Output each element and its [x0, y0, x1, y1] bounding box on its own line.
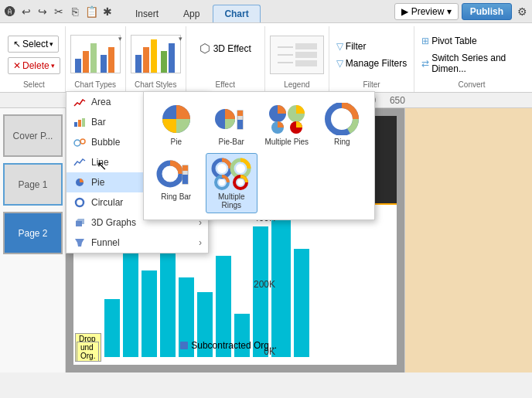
- chart-type-preview: ▾: [70, 35, 121, 76]
- ruler-mark: 550: [331, 95, 346, 106]
- drop-label-2: und Org.: [77, 342, 99, 362]
- ribbon-group-filter: ▽ Filter ▽ Manage Filters Filter: [329, 26, 414, 92]
- ruler-mark: 200: [127, 95, 142, 106]
- filter-group-label: Filter: [334, 80, 409, 89]
- toolbar-top: 🅐 ↩ ↪ ✂ ⎘ 📋 ✱ Insert App Chart ▶ Preview…: [0, 0, 532, 23]
- chart-bar: [142, 270, 157, 357]
- select-button[interactable]: ↖ Select ▾: [8, 36, 59, 53]
- y-axis-label: 400K: [254, 213, 275, 223]
- ruler-mark: 250: [156, 95, 172, 106]
- chart-container: 400K 200K 0K: [73, 203, 397, 365]
- delete-button[interactable]: ✕ Delete ▾: [8, 57, 60, 74]
- copy-icon[interactable]: ⎘: [68, 5, 82, 19]
- page-sidebar: Cover P... Page 1 Page 2: [0, 108, 66, 372]
- convert-group-label: Convert: [419, 80, 524, 89]
- chart-style-preview-svg[interactable]: [131, 35, 181, 73]
- pivot-table-button[interactable]: ⊞ Pivot Table: [419, 34, 524, 48]
- pivot-table-icon: ⊞: [421, 36, 429, 46]
- ruler-mark: 650: [390, 95, 405, 106]
- sidebar-page-label: Cover P...: [13, 131, 53, 141]
- main-tab-bar: Insert App Chart: [121, 1, 265, 22]
- ribbon-group-chart-types: ▾ Chart Types: [66, 26, 126, 92]
- svg-rect-6: [143, 47, 149, 73]
- svg-rect-5: [135, 55, 142, 73]
- svg-rect-13: [295, 43, 317, 49]
- legend-text: Subcontracted Org...: [191, 340, 277, 351]
- filter-funnel-icon: ▽: [336, 41, 343, 52]
- y-axis-label: 200K: [254, 279, 275, 290]
- quick-access-toolbar: 🅐 ↩ ↪ ✂ ⎘ 📋 ✱: [3, 5, 114, 19]
- chart-bar: [123, 241, 138, 357]
- switch-series-icon: ⇄: [421, 58, 429, 69]
- ruler-marks: 200 250 300 350 400 450 500 550 600 650: [3, 95, 529, 106]
- main-area: Cover P... Page 1 Page 2 Page 2 400K 200…: [0, 108, 532, 372]
- svg-rect-0: [75, 59, 81, 73]
- filter-button[interactable]: ▽ Filter: [334, 39, 409, 53]
- sidebar-page-label: Page 1: [18, 179, 47, 190]
- publish-button[interactable]: Publish: [462, 3, 512, 20]
- svg-rect-15: [295, 60, 317, 66]
- undo-icon[interactable]: ↩: [19, 5, 33, 19]
- ruler-mark: 600: [360, 95, 376, 106]
- right-panel: [404, 108, 532, 372]
- chart-bar: [294, 249, 309, 357]
- svg-rect-2: [90, 43, 97, 73]
- svg-rect-9: [169, 43, 175, 73]
- chart-ribbon: ↖ Select ▾ ✕ Delete ▾ Select: [0, 23, 532, 93]
- manage-filters-icon: ▽: [336, 58, 343, 69]
- tab-chart[interactable]: Chart: [213, 5, 260, 22]
- cut-icon[interactable]: ✂: [52, 5, 66, 19]
- svg-rect-4: [108, 47, 114, 73]
- format-icon[interactable]: ✱: [101, 5, 114, 19]
- sidebar-page-1[interactable]: Page 1: [3, 163, 63, 206]
- ribbon-group-convert: ⊞ Pivot Table ⇄ Switch Series and Dimen.…: [414, 26, 529, 92]
- ruler-mark: 300: [186, 95, 201, 106]
- chart-style-preview: ▾: [131, 35, 181, 76]
- ribbon-group-effect: ⬡ 3D Effect Effect: [186, 26, 265, 92]
- canvas-area: Page 2 400K 200K 0K: [66, 108, 404, 372]
- svg-rect-3: [101, 55, 107, 73]
- page-title: Page 2: [208, 128, 263, 148]
- preview-button[interactable]: ▶ Preview ▾: [394, 3, 458, 20]
- settings-icon[interactable]: ⚙: [515, 5, 529, 19]
- ribbon-group-chart-styles: ▾ Chart Styles: [126, 26, 186, 92]
- ruler-mark: 500: [302, 95, 318, 106]
- paste-icon[interactable]: 📋: [84, 5, 98, 19]
- select-dropdown-icon: ▾: [49, 40, 53, 48]
- svg-rect-8: [161, 51, 167, 73]
- page-canvas: Page 2 400K 200K 0K: [73, 116, 397, 365]
- chart-bar: [160, 219, 176, 357]
- chart-types-label: Chart Types: [70, 80, 121, 89]
- sidebar-page-label: Page 2: [18, 228, 47, 239]
- select-arrow-icon: ↖: [13, 39, 21, 49]
- tab-insert[interactable]: Insert: [124, 5, 170, 22]
- select-group-label: Select: [8, 80, 60, 89]
- ruler: 200 250 300 350 400 450 500 550 600 650: [0, 93, 532, 108]
- ruler-mark: 350: [214, 95, 230, 106]
- redo-icon[interactable]: ↪: [36, 5, 49, 19]
- chart-legend-item: Subcontracted Org...: [180, 340, 277, 351]
- delete-dropdown-icon: ▾: [51, 62, 55, 70]
- svg-rect-7: [151, 39, 157, 73]
- chart-styles-label: Chart Styles: [131, 80, 181, 89]
- effect-3d-icon: ⬡: [200, 41, 210, 56]
- ribbon-group-legend: Legend: [265, 26, 329, 92]
- ruler-mark: 450: [273, 95, 288, 106]
- ribbon-group-select: ↖ Select ▾ ✕ Delete ▾ Select: [3, 26, 66, 92]
- toolbar-right: ▶ Preview ▾ Publish ⚙: [394, 3, 529, 20]
- bar-chart-preview[interactable]: [70, 35, 121, 73]
- delete-x-icon: ✕: [13, 60, 21, 71]
- effect-group-label: Effect: [193, 80, 258, 89]
- svg-rect-1: [83, 51, 89, 73]
- legend-preview[interactable]: [270, 36, 324, 74]
- effect-3d-button[interactable]: ⬡ 3D Effect: [193, 37, 258, 60]
- app-logo-icon: 🅐: [3, 5, 17, 19]
- tab-app[interactable]: App: [172, 5, 211, 22]
- manage-filters-button[interactable]: ▽ Manage Filters: [334, 56, 409, 70]
- chart-bar: [104, 299, 120, 357]
- svg-rect-14: [295, 52, 317, 58]
- ruler-mark: 400: [244, 95, 259, 106]
- sidebar-page-cover[interactable]: Cover P...: [3, 114, 63, 157]
- sidebar-page-2[interactable]: Page 2: [3, 212, 63, 254]
- switch-series-button[interactable]: ⇄ Switch Series and Dimen...: [419, 51, 524, 76]
